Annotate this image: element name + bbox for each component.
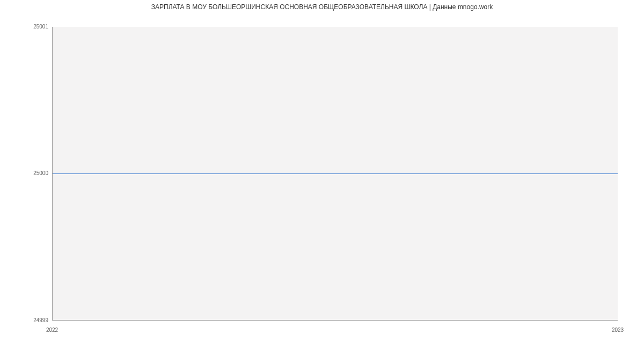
x-tick-label: 2022 xyxy=(41,327,63,333)
data-line xyxy=(53,173,618,174)
chart-container: ЗАРПЛАТА В МОУ БОЛЬШЕОРШИНСКАЯ ОСНОВНАЯ … xyxy=(0,0,644,349)
x-tick-label: 2023 xyxy=(607,327,628,333)
y-tick-label: 24999 xyxy=(0,317,48,323)
y-tick-label: 25000 xyxy=(0,170,48,176)
y-tick-label: 25001 xyxy=(0,24,48,30)
plot-area xyxy=(52,27,618,321)
chart-title: ЗАРПЛАТА В МОУ БОЛЬШЕОРШИНСКАЯ ОСНОВНАЯ … xyxy=(0,3,644,11)
